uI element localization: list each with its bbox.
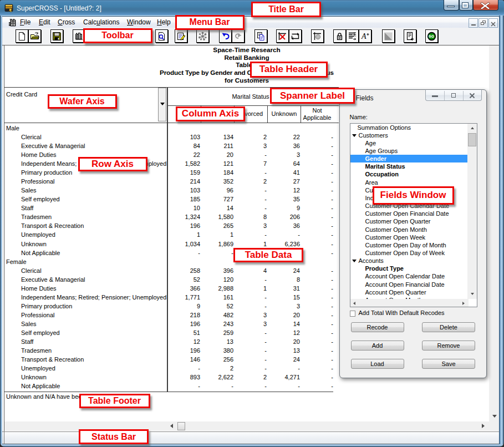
svg-text:A: A xyxy=(361,32,366,40)
svg-text:GO: GO xyxy=(429,34,434,39)
